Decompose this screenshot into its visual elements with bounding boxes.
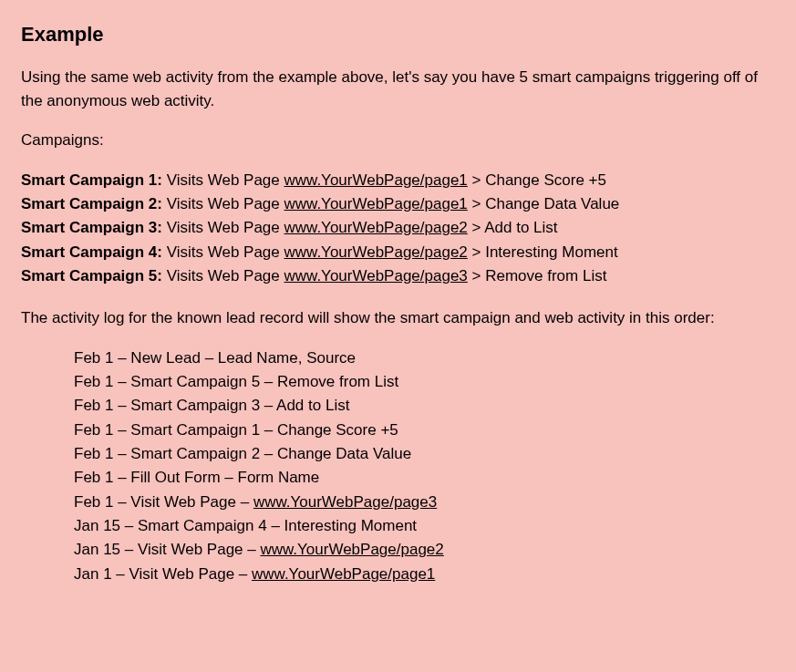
campaign-trigger-pre: Visits Web Page <box>162 171 284 189</box>
campaign-line: Smart Campaign 4: Visits Web Page www.Yo… <box>21 241 775 264</box>
log-text: Feb 1 – New Lead – Lead Name, Source <box>74 349 356 367</box>
campaign-action: Add to List <box>484 219 557 236</box>
campaign-name: Smart Campaign 5: <box>21 267 162 284</box>
log-text: Jan 15 – Visit Web Page – <box>74 541 260 558</box>
log-line: Feb 1 – Smart Campaign 1 – Change Score … <box>74 419 775 442</box>
campaign-action: Change Data Value <box>485 195 619 212</box>
log-text: Jan 15 – Smart Campaign 4 – Interesting … <box>74 517 417 534</box>
campaign-arrow: > <box>468 243 485 261</box>
campaign-trigger-pre: Visits Web Page <box>162 267 284 284</box>
activity-log-list: Feb 1 – New Lead – Lead Name, Source Feb… <box>74 346 775 586</box>
campaign-name: Smart Campaign 4: <box>21 243 162 261</box>
log-line: Jan 1 – Visit Web Page – www.YourWebPage… <box>74 563 775 586</box>
log-link[interactable]: www.YourWebPage/page2 <box>260 541 443 558</box>
campaign-link[interactable]: www.YourWebPage/page1 <box>284 195 468 212</box>
campaign-link[interactable]: www.YourWebPage/page2 <box>284 243 468 261</box>
campaign-name: Smart Campaign 2: <box>21 195 162 212</box>
log-line: Feb 1 – New Lead – Lead Name, Source <box>74 346 775 370</box>
log-text: Feb 1 – Smart Campaign 1 – Change Score … <box>74 421 398 439</box>
campaign-line: Smart Campaign 5: Visits Web Page www.Yo… <box>21 264 775 288</box>
campaign-action: Remove from List <box>485 267 606 284</box>
log-text: Feb 1 – Smart Campaign 2 – Change Data V… <box>74 445 411 462</box>
campaign-trigger-pre: Visits Web Page <box>162 243 284 261</box>
log-text: Feb 1 – Visit Web Page – <box>74 493 253 511</box>
example-heading: Example <box>21 19 775 49</box>
log-text: Feb 1 – Smart Campaign 5 – Remove from L… <box>74 373 398 390</box>
campaign-arrow: > <box>468 267 485 284</box>
log-line: Feb 1 – Smart Campaign 3 – Add to List <box>74 394 775 418</box>
example-callout-box: Example Using the same web activity from… <box>0 0 796 672</box>
campaign-trigger-pre: Visits Web Page <box>162 195 284 212</box>
campaign-link[interactable]: www.YourWebPage/page1 <box>284 171 468 189</box>
campaign-name: Smart Campaign 1: <box>21 171 162 189</box>
log-intro-paragraph: The activity log for the known lead reco… <box>21 306 775 330</box>
log-line: Jan 15 – Smart Campaign 4 – Interesting … <box>74 514 775 538</box>
campaign-arrow: > <box>468 219 484 236</box>
log-text: Feb 1 – Fill Out Form – Form Name <box>74 469 319 486</box>
campaign-line: Smart Campaign 2: Visits Web Page www.Yo… <box>21 192 775 216</box>
log-text: Feb 1 – Smart Campaign 3 – Add to List <box>74 397 349 414</box>
campaign-trigger-pre: Visits Web Page <box>162 219 284 236</box>
log-link[interactable]: www.YourWebPage/page3 <box>253 493 437 511</box>
log-text: Jan 1 – Visit Web Page – <box>74 565 252 583</box>
log-line: Jan 15 – Visit Web Page – www.YourWebPag… <box>74 538 775 562</box>
campaign-name: Smart Campaign 3: <box>21 219 162 236</box>
campaign-list: Smart Campaign 1: Visits Web Page www.Yo… <box>21 169 775 289</box>
campaign-link[interactable]: www.YourWebPage/page3 <box>284 267 468 284</box>
campaign-action: Change Score +5 <box>485 171 606 189</box>
campaign-line: Smart Campaign 1: Visits Web Page www.Yo… <box>21 169 775 192</box>
campaigns-label: Campaigns: <box>21 129 775 152</box>
intro-paragraph: Using the same web activity from the exa… <box>21 66 775 112</box>
campaign-link[interactable]: www.YourWebPage/page2 <box>284 219 468 236</box>
campaign-arrow: > <box>468 195 485 212</box>
campaign-action: Interesting Moment <box>485 243 618 261</box>
campaign-line: Smart Campaign 3: Visits Web Page www.Yo… <box>21 216 775 240</box>
campaign-arrow: > <box>468 171 485 189</box>
log-line: Feb 1 – Fill Out Form – Form Name <box>74 466 775 490</box>
log-line: Feb 1 – Smart Campaign 5 – Remove from L… <box>74 370 775 394</box>
log-link[interactable]: www.YourWebPage/page1 <box>252 565 435 583</box>
log-line: Feb 1 – Visit Web Page – www.YourWebPage… <box>74 491 775 514</box>
log-line: Feb 1 – Smart Campaign 2 – Change Data V… <box>74 442 775 466</box>
